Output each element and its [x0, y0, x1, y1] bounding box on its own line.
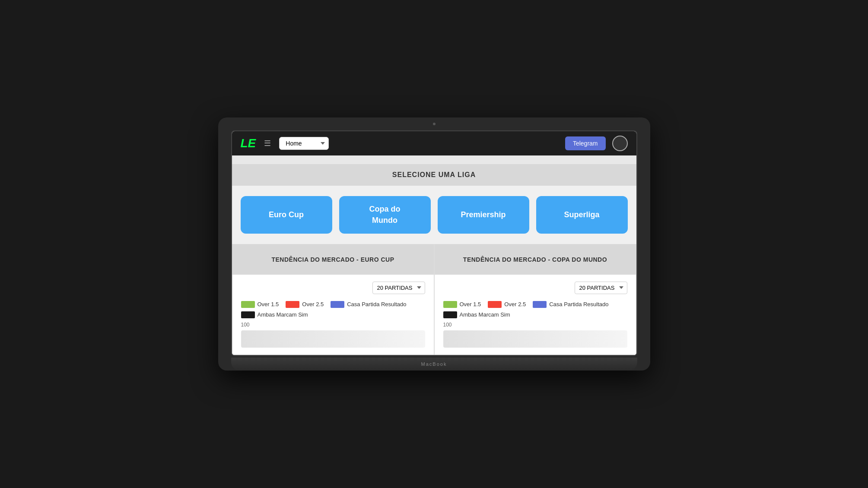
- euro-cup-panel-title: TENDÊNCIA DO MERCADO - EURO CUP: [271, 256, 394, 263]
- copa-mundo-legend: Over 1.5 Over 2.5 Casa Partida Resultado: [443, 301, 627, 318]
- legend-label-ambas-2: Ambas Marcam Sim: [460, 311, 510, 318]
- banner-area: [232, 155, 636, 164]
- chart-placeholder-2: [443, 330, 627, 348]
- legend-color-ambas-2: [443, 311, 457, 318]
- legend-over25-1: Over 2.5: [286, 301, 324, 308]
- copa-mundo-panel-title: TENDÊNCIA DO MERCADO - COPA DO MUNDO: [463, 256, 607, 263]
- chart-axis-2: 100: [443, 322, 627, 328]
- legend-color-ambas-1: [241, 311, 255, 318]
- legend-label-ambas-1: Ambas Marcam Sim: [258, 311, 308, 318]
- legend-label-over25-1: Over 2.5: [302, 301, 324, 307]
- euro-cup-legend: Over 1.5 Over 2.5 Casa Partida Resultado: [241, 301, 425, 318]
- legend-color-over15-1: [241, 301, 255, 308]
- camera-dot: [433, 123, 436, 125]
- legend-color-over25-2: [488, 301, 502, 308]
- legend-label-casa-1: Casa Partida Resultado: [347, 301, 406, 307]
- league-buttons-container: Euro Cup Copa doMundo Premiership Superl…: [232, 186, 636, 244]
- legend-label-casa-2: Casa Partida Resultado: [549, 301, 608, 307]
- avatar[interactable]: [612, 136, 628, 151]
- partidas-select-row-2: 10 PARTIDAS 20 PARTIDAS 30 PARTIDAS: [443, 282, 627, 294]
- select-liga-title: SELECIONE UMA LIGA: [392, 171, 476, 178]
- partidas-select-2[interactable]: 10 PARTIDAS 20 PARTIDAS 30 PARTIDAS: [575, 282, 627, 294]
- copa-mundo-panel: TENDÊNCIA DO MERCADO - COPA DO MUNDO 10 …: [434, 244, 636, 355]
- legend-label-over25-2: Over 2.5: [504, 301, 526, 307]
- chart-axis-value-1: 100: [241, 322, 250, 328]
- app-content: SELECIONE UMA LIGA Euro Cup Copa doMundo…: [232, 155, 636, 355]
- select-liga-section: SELECIONE UMA LIGA: [232, 164, 636, 186]
- legend-label-over15-2: Over 1.5: [460, 301, 481, 307]
- legend-casa-1: Casa Partida Resultado: [331, 301, 406, 308]
- euro-cup-panel-header: TENDÊNCIA DO MERCADO - EURO CUP: [232, 244, 434, 275]
- copa-mundo-panel-header: TENDÊNCIA DO MERCADO - COPA DO MUNDO: [435, 244, 636, 275]
- partidas-select-1[interactable]: 10 PARTIDAS 20 PARTIDAS 30 PARTIDAS: [372, 282, 425, 294]
- premiership-button[interactable]: Premiership: [438, 196, 529, 233]
- app-header: LE ☰ Home Partidas Resultados Telegram: [232, 131, 636, 155]
- partidas-select-row-1: 10 PARTIDAS 20 PARTIDAS 30 PARTIDAS: [241, 282, 425, 294]
- legend-over15-2: Over 1.5: [443, 301, 481, 308]
- macbook-label: MacBook: [421, 361, 447, 367]
- legend-ambas-1: Ambas Marcam Sim: [241, 311, 308, 318]
- chart-placeholder-1: [241, 330, 425, 348]
- laptop-screen: LE ☰ Home Partidas Resultados Telegram S…: [231, 130, 637, 355]
- app-logo: LE: [241, 137, 256, 149]
- home-select[interactable]: Home Partidas Resultados: [279, 137, 329, 150]
- euro-cup-panel-body: 10 PARTIDAS 20 PARTIDAS 30 PARTIDAS Over…: [232, 275, 434, 355]
- copa-mundo-panel-body: 10 PARTIDAS 20 PARTIDAS 30 PARTIDAS Over…: [435, 275, 636, 355]
- legend-over25-2: Over 2.5: [488, 301, 526, 308]
- legend-label-over15-1: Over 1.5: [258, 301, 279, 307]
- hamburger-icon[interactable]: ☰: [262, 137, 273, 150]
- legend-ambas-2: Ambas Marcam Sim: [443, 311, 510, 318]
- euro-cup-button[interactable]: Euro Cup: [241, 196, 332, 233]
- telegram-button[interactable]: Telegram: [565, 136, 606, 150]
- chart-axis-1: 100: [241, 322, 425, 328]
- legend-color-casa-1: [331, 301, 344, 308]
- chart-axis-value-2: 100: [443, 322, 452, 328]
- legend-casa-2: Casa Partida Resultado: [533, 301, 608, 308]
- copa-do-mundo-button[interactable]: Copa doMundo: [339, 196, 431, 233]
- legend-over15-1: Over 1.5: [241, 301, 279, 308]
- legend-color-casa-2: [533, 301, 547, 308]
- legend-color-over25-1: [286, 301, 299, 308]
- laptop-base: MacBook: [231, 358, 637, 371]
- market-panels: TENDÊNCIA DO MERCADO - EURO CUP 10 PARTI…: [232, 244, 636, 355]
- laptop-shell: LE ☰ Home Partidas Resultados Telegram S…: [218, 117, 650, 370]
- legend-color-over15-2: [443, 301, 457, 308]
- euro-cup-panel: TENDÊNCIA DO MERCADO - EURO CUP 10 PARTI…: [232, 244, 434, 355]
- superliga-button[interactable]: Superliga: [536, 196, 628, 233]
